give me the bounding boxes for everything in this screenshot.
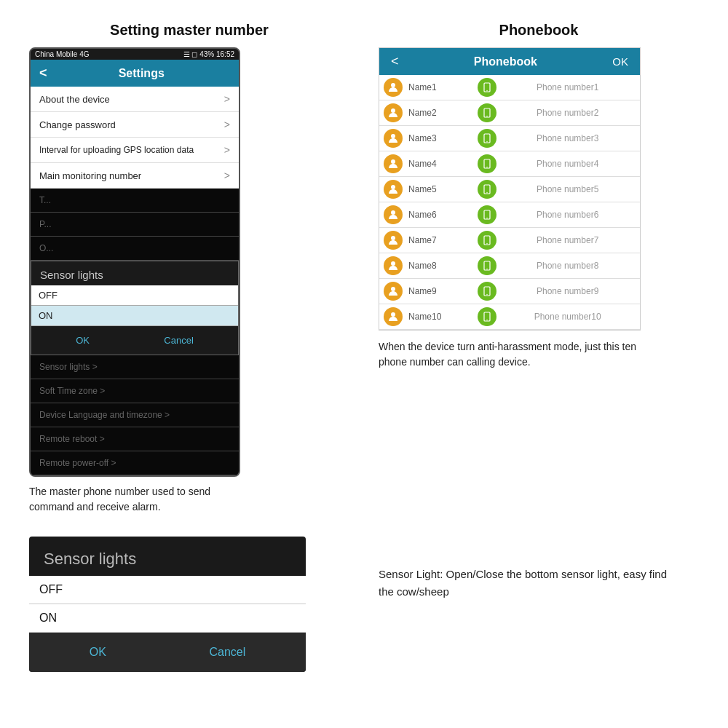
phonebook-row-6[interactable]: Name6 Phone number6 xyxy=(379,202,640,228)
sensor-ok-btn[interactable]: OK xyxy=(68,641,128,663)
svg-point-19 xyxy=(487,192,488,193)
phonebook-row-10[interactable]: Name10 Phone number10 xyxy=(379,304,640,330)
dimmed-item-t: T... xyxy=(31,189,239,213)
sensor-lights-dialog-large: Sensor lights OFF ON OK Cancel xyxy=(29,537,306,672)
carrier-label: China Mobile 4G xyxy=(35,50,89,58)
dimmed-item-softtz: Soft Time zone > xyxy=(31,379,239,403)
svg-point-32 xyxy=(391,287,395,291)
user-icon-10 xyxy=(384,307,403,326)
phone-field-9: Phone number9 xyxy=(499,285,636,298)
phonebook-ok-btn[interactable]: OK xyxy=(612,55,628,68)
name-field-1: Name1 xyxy=(405,81,475,94)
svg-point-24 xyxy=(391,236,395,240)
phone-icon-10 xyxy=(478,307,496,326)
phonebook-row-9[interactable]: Name9 Phone number9 xyxy=(379,279,640,304)
phone-field-10: Phone number10 xyxy=(499,310,636,323)
user-icon-9 xyxy=(384,282,403,301)
bottom-left-section: Sensor lights OFF ON OK Cancel xyxy=(15,522,364,687)
svg-point-12 xyxy=(391,159,395,164)
dialog-ok-btn[interactable]: OK xyxy=(61,332,104,349)
dialog-buttons: OK Cancel xyxy=(31,326,238,355)
phonebook-title: Phonebook xyxy=(379,22,699,39)
svg-point-20 xyxy=(391,210,395,215)
svg-rect-30 xyxy=(485,262,489,268)
sensor-cancel-btn[interactable]: Cancel xyxy=(187,641,267,663)
svg-point-15 xyxy=(487,167,488,167)
sensor-dialog-buttons: OK Cancel xyxy=(29,633,306,672)
svg-rect-22 xyxy=(485,211,489,217)
svg-point-7 xyxy=(487,116,488,116)
svg-point-11 xyxy=(487,141,488,142)
settings-item-about[interactable]: About the device> xyxy=(31,87,239,112)
phone-icon-5 xyxy=(478,180,496,199)
app-header: < Settings xyxy=(31,60,239,87)
sensor-lights-dialog: Sensor lights OFF ON OK Cancel xyxy=(31,261,239,355)
phone-field-1: Phone number1 xyxy=(499,81,636,94)
phonebook-row-2[interactable]: Name2 Phone number2 xyxy=(379,100,640,126)
status-bar: China Mobile 4G ☰ ◻ 43% 16:52 xyxy=(31,49,239,60)
name-field-8: Name8 xyxy=(405,259,475,272)
user-icon-8 xyxy=(384,256,403,275)
sensor-caption: Sensor Light: Open/Close the bottom sens… xyxy=(379,566,670,601)
bottom-right-section: Sensor Light: Open/Close the bottom sens… xyxy=(364,522,713,687)
user-icon-7 xyxy=(384,231,403,250)
svg-rect-6 xyxy=(485,109,489,115)
svg-rect-2 xyxy=(485,84,489,90)
phone-icon-7 xyxy=(478,231,496,250)
svg-point-23 xyxy=(487,218,488,218)
dimmed-item-devlang: Device Language and timezone > xyxy=(31,403,239,427)
phonebook-row-1[interactable]: Name1 Phone number1 xyxy=(379,75,640,100)
phonebook-row-5[interactable]: Name5 Phone number5 xyxy=(379,177,640,202)
svg-point-27 xyxy=(487,243,488,244)
sensor-option-on[interactable]: ON xyxy=(29,604,306,633)
settings-item-monitoring[interactable]: Main monitoring number> xyxy=(31,163,239,189)
sensor-option-off[interactable]: OFF xyxy=(29,576,306,604)
left-top-section: Setting master number China Mobile 4G ☰ … xyxy=(15,15,364,522)
phone-field-6: Phone number6 xyxy=(499,208,636,221)
left-title: Setting master number xyxy=(29,22,349,39)
phonebook-row-3[interactable]: Name3 Phone number3 xyxy=(379,126,640,151)
app-header-title: Settings xyxy=(53,67,230,80)
dimmed-item-sensor: Sensor lights > xyxy=(31,355,239,379)
settings-item-password[interactable]: Change password> xyxy=(31,112,239,138)
left-caption: The master phone number used to send com… xyxy=(29,484,248,515)
back-arrow-icon[interactable]: < xyxy=(39,66,47,81)
phonebook-back-icon[interactable]: < xyxy=(391,54,399,69)
name-field-6: Name6 xyxy=(405,208,475,221)
user-icon-3 xyxy=(384,129,403,148)
user-icon-1 xyxy=(384,78,403,97)
phone-icon-8 xyxy=(478,256,496,275)
phonebook-row-8[interactable]: Name8 Phone number8 xyxy=(379,253,640,279)
phone-field-5: Phone number5 xyxy=(499,183,636,196)
svg-point-4 xyxy=(391,108,395,113)
phone-field-4: Phone number4 xyxy=(499,157,636,170)
svg-rect-34 xyxy=(485,288,489,293)
dialog-cancel-btn[interactable]: Cancel xyxy=(149,332,207,349)
name-field-3: Name3 xyxy=(405,132,475,145)
dialog-title: Sensor lights xyxy=(31,261,238,285)
svg-point-35 xyxy=(487,294,488,295)
name-field-7: Name7 xyxy=(405,234,475,247)
sensor-dialog-title: Sensor lights xyxy=(29,537,306,576)
settings-item-interval[interactable]: Interval for uploading GPS location data… xyxy=(31,138,239,163)
name-field-4: Name4 xyxy=(405,157,475,170)
svg-rect-38 xyxy=(485,313,489,319)
svg-point-28 xyxy=(391,261,395,266)
name-field-2: Name2 xyxy=(405,106,475,119)
settings-list: About the device> Change password> Inter… xyxy=(31,87,239,189)
svg-rect-14 xyxy=(485,160,489,166)
phonebook-row-7[interactable]: Name7 Phone number7 xyxy=(379,228,640,253)
phonebook-row-4[interactable]: Name4 Phone number4 xyxy=(379,151,640,177)
name-field-10: Name10 xyxy=(405,310,475,323)
user-icon-6 xyxy=(384,205,403,224)
phone-icon-9 xyxy=(478,282,496,301)
right-top-section: Phonebook < Phonebook OK Name1 xyxy=(364,15,713,522)
svg-rect-10 xyxy=(485,135,489,141)
svg-point-8 xyxy=(391,134,395,138)
dialog-option-on[interactable]: ON xyxy=(31,306,238,326)
phone-icon-1 xyxy=(478,78,496,97)
phone-mockup: China Mobile 4G ☰ ◻ 43% 16:52 < Settings… xyxy=(29,47,240,477)
svg-point-16 xyxy=(391,185,395,189)
dimmed-item-remotereboot: Remote reboot > xyxy=(31,427,239,451)
dialog-option-off[interactable]: OFF xyxy=(31,285,238,306)
